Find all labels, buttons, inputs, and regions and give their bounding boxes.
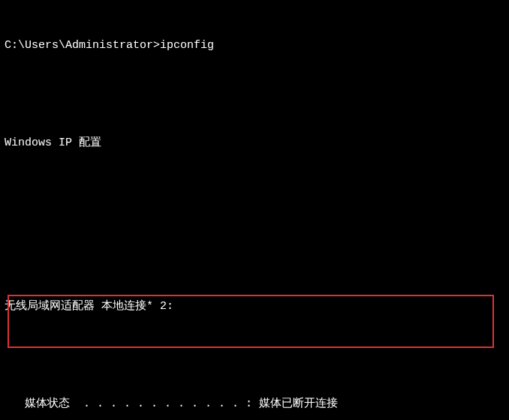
blank-line xyxy=(5,86,509,103)
adapter-row: 媒体状态 . . . . . . . . . . . . : 媒体已断开连接 xyxy=(5,396,509,412)
row-label: 媒体状态 . . . . . . . . . . . . : xyxy=(25,398,252,410)
blank-line xyxy=(5,233,509,250)
adapter-title: 无线局域网适配器 本地连接* 2: xyxy=(5,298,509,315)
terminal-window[interactable]: C:\Users\Administrator>ipconfig Windows … xyxy=(0,0,509,420)
prompt-line: C:\Users\Administrator>ipconfig xyxy=(5,38,509,54)
blank-line xyxy=(5,347,509,364)
ip-config-header: Windows IP 配置 xyxy=(5,135,509,152)
blank-line xyxy=(5,184,509,200)
row-value: 媒体已断开连接 xyxy=(252,398,338,410)
